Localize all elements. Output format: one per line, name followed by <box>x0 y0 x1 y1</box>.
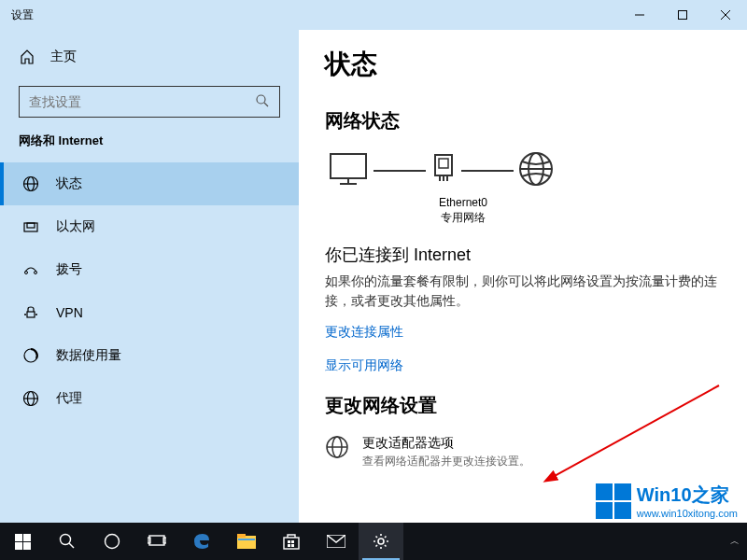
ethernet-icon <box>22 218 39 235</box>
search-icon <box>255 93 270 111</box>
sidebar-item-label: 状态 <box>56 175 82 192</box>
watermark: Win10之家 www.win10xitong.com <box>596 483 738 519</box>
sidebar-item-ethernet[interactable]: 以太网 <box>0 205 299 248</box>
svg-point-15 <box>35 314 37 315</box>
maximize-button[interactable] <box>661 0 704 30</box>
vpn-icon <box>22 304 39 321</box>
main-content: 状态 网络状态 Ethernet0 专用网络 你已连接到 Internet 如果… <box>299 30 747 523</box>
proxy-icon <box>22 390 39 407</box>
sidebar-home[interactable]: 主页 <box>0 37 299 77</box>
show-available-networks-link[interactable]: 显示可用网络 <box>325 357 721 374</box>
data-usage-icon <box>22 347 39 364</box>
svg-rect-13 <box>27 312 35 317</box>
sidebar-item-label: 拨号 <box>56 261 82 278</box>
change-settings-heading: 更改网络设置 <box>325 393 721 418</box>
computer-icon <box>327 150 370 190</box>
watermark-url: www.win10xitong.com <box>637 508 738 519</box>
taskbar-store-icon[interactable] <box>269 523 314 560</box>
svg-rect-51 <box>288 544 290 547</box>
sidebar-section-title: 网络和 Internet <box>0 133 299 162</box>
watermark-brand: Win10之家 <box>637 483 738 508</box>
sidebar-item-proxy[interactable]: 代理 <box>0 377 299 420</box>
svg-rect-38 <box>23 542 31 550</box>
svg-rect-42 <box>149 536 164 545</box>
taskbar-search-icon[interactable] <box>45 523 90 560</box>
svg-rect-37 <box>15 542 22 550</box>
svg-rect-50 <box>291 540 294 543</box>
change-connection-properties-link[interactable]: 更改连接属性 <box>325 324 721 341</box>
status-icon <box>22 175 39 192</box>
sidebar: 主页 网络和 Internet 状态 以太网 拨号 <box>0 30 299 523</box>
svg-rect-52 <box>291 544 294 547</box>
task-view-icon[interactable] <box>134 523 179 560</box>
network-status-heading: 网络状态 <box>325 108 721 133</box>
svg-rect-20 <box>331 154 366 178</box>
cortana-icon[interactable] <box>90 523 134 560</box>
close-button[interactable] <box>704 0 747 30</box>
adapter-icon <box>430 153 458 188</box>
svg-line-5 <box>264 103 268 106</box>
search-box[interactable] <box>19 86 280 118</box>
tray-overflow-icon[interactable]: ︿ <box>730 535 740 548</box>
connected-description: 如果你的流量套餐有限制，则你可以将此网络设置为按流量计费的连接，或者更改其他属性… <box>325 272 717 311</box>
svg-rect-46 <box>237 534 246 538</box>
svg-rect-1 <box>679 11 687 20</box>
search-input[interactable] <box>29 94 255 109</box>
svg-rect-36 <box>23 534 31 541</box>
svg-rect-45 <box>237 536 256 549</box>
adapter-name: Ethernet0 <box>426 196 500 211</box>
svg-rect-35 <box>15 534 22 541</box>
window-title: 设置 <box>0 7 34 23</box>
svg-point-11 <box>25 272 28 274</box>
svg-point-4 <box>257 95 265 104</box>
home-icon <box>19 49 35 64</box>
svg-rect-47 <box>238 539 255 540</box>
taskbar-explorer-icon[interactable] <box>224 523 269 560</box>
svg-point-54 <box>378 539 384 544</box>
sidebar-item-dialup[interactable]: 拨号 <box>0 248 299 291</box>
svg-line-40 <box>69 543 74 548</box>
sidebar-home-label: 主页 <box>50 49 77 65</box>
svg-rect-49 <box>288 540 290 543</box>
svg-point-14 <box>24 314 26 315</box>
adapter-options-desc: 查看网络适配器并更改连接设置。 <box>362 454 530 469</box>
network-diagram <box>327 150 721 190</box>
taskbar-settings-icon[interactable] <box>359 523 403 560</box>
minimize-button[interactable] <box>618 0 661 30</box>
taskbar-mail-icon[interactable] <box>314 523 359 560</box>
adapter-options-icon <box>325 435 349 462</box>
sidebar-item-status[interactable]: 状态 <box>0 162 299 205</box>
globe-icon <box>517 150 555 190</box>
network-type: 专用网络 <box>426 211 500 226</box>
sidebar-item-vpn[interactable]: VPN <box>0 291 299 334</box>
svg-rect-24 <box>439 159 448 168</box>
start-button[interactable] <box>0 523 45 560</box>
svg-point-12 <box>35 272 37 274</box>
adapter-options-title: 更改适配器选项 <box>362 435 530 452</box>
svg-rect-10 <box>27 223 35 228</box>
page-title: 状态 <box>325 47 721 82</box>
svg-point-39 <box>61 535 71 545</box>
sidebar-item-label: VPN <box>56 305 83 320</box>
svg-point-41 <box>106 535 120 549</box>
sidebar-item-label: 数据使用量 <box>56 347 121 364</box>
sidebar-item-label: 以太网 <box>56 218 95 235</box>
sidebar-item-label: 代理 <box>56 390 82 407</box>
watermark-logo-icon <box>596 483 631 519</box>
sidebar-item-data-usage[interactable]: 数据使用量 <box>0 334 299 377</box>
dialup-icon <box>22 261 39 278</box>
adapter-options-row[interactable]: 更改适配器选项 查看网络适配器并更改连接设置。 <box>325 435 721 469</box>
taskbar[interactable]: ︿ <box>0 523 747 560</box>
taskbar-edge-icon[interactable] <box>179 523 224 560</box>
connected-title: 你已连接到 Internet <box>325 244 721 266</box>
